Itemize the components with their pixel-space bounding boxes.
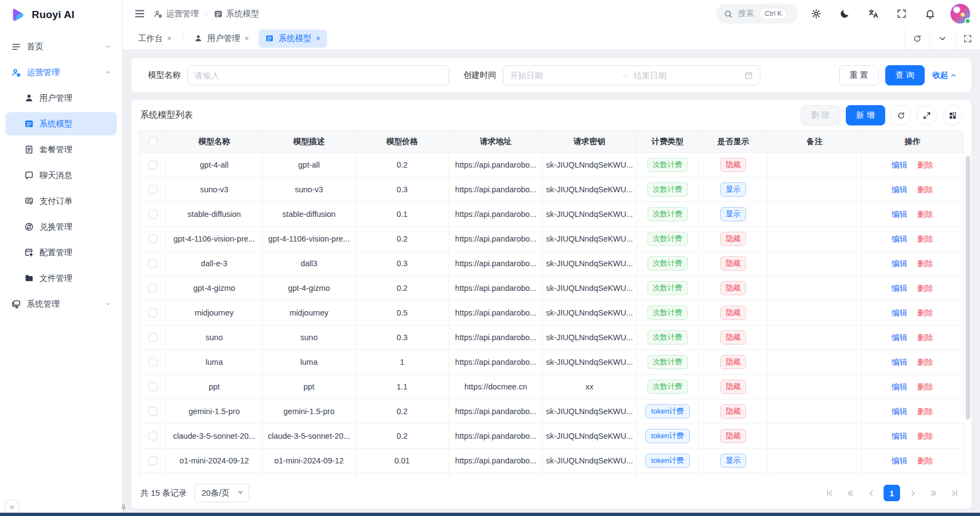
edit-link[interactable]: 编辑 [892, 406, 908, 417]
delete-link[interactable]: 删除 [918, 406, 933, 417]
sidebar-item-user-management[interactable]: 用户管理 [5, 87, 117, 110]
row-checkbox[interactable] [148, 358, 157, 366]
row-checkbox[interactable] [148, 185, 157, 194]
pin-icon[interactable] [117, 501, 130, 514]
jump-back-button[interactable] [842, 485, 858, 501]
table-row[interactable]: o1-mini-2024-09-12 o1-mini-2024-09-12 0.… [139, 449, 964, 473]
last-page-button[interactable] [946, 485, 962, 501]
edit-link[interactable]: 编辑 [892, 332, 908, 343]
row-checkbox[interactable] [148, 259, 157, 268]
user-avatar[interactable] [950, 4, 970, 24]
delete-link[interactable]: 删除 [918, 431, 933, 442]
close-icon[interactable]: × [244, 35, 249, 42]
end-date-input[interactable] [634, 71, 739, 80]
delete-link[interactable]: 删除 [918, 357, 933, 368]
fullscreen-button[interactable] [891, 3, 912, 24]
row-checkbox[interactable] [148, 382, 157, 391]
table-row[interactable]: ppt ppt 1.1 https://docmee.cn xx 次数计费 隐藏… [139, 375, 964, 399]
row-checkbox[interactable] [148, 333, 157, 342]
delete-link[interactable]: 删除 [918, 283, 933, 294]
edit-link[interactable]: 编辑 [892, 382, 908, 392]
content-fullscreen-button[interactable] [955, 27, 980, 50]
global-search[interactable]: 搜索 Ctrl K [716, 4, 798, 24]
table-row[interactable]: dall-e-3 dall3 0.3 https://api.pandarobo… [139, 251, 964, 276]
edit-link[interactable]: 编辑 [892, 431, 908, 442]
delete-link[interactable]: 删除 [918, 308, 933, 318]
table-row[interactable]: claude-3-5-sonnet-20... claude-3-5-sonne… [139, 424, 964, 449]
delete-button[interactable]: 删 除 [801, 105, 840, 125]
delete-link[interactable]: 删除 [918, 160, 933, 170]
close-icon[interactable]: × [167, 35, 171, 42]
delete-link[interactable]: 删除 [918, 209, 933, 220]
breadcrumb-operations[interactable]: 运营管理 [153, 9, 199, 19]
table-row[interactable]: gpt-4-gizmo gpt-4-gizmo 0.2 https://api.… [139, 276, 964, 301]
sidebar-item-package-management[interactable]: 套餐管理 [5, 138, 117, 161]
logo[interactable]: Ruoyi AI [0, 0, 122, 30]
delete-link[interactable]: 删除 [918, 332, 933, 343]
delete-link[interactable]: 删除 [918, 382, 933, 392]
row-checkbox[interactable] [148, 432, 157, 440]
delete-link[interactable]: 删除 [918, 234, 933, 244]
row-checkbox[interactable] [148, 234, 157, 243]
table-row[interactable]: gpt-4-all gpt-all 0.2 https://api.pandar… [139, 153, 964, 177]
sidebar-collapse-button[interactable]: « [5, 500, 19, 514]
table-row[interactable]: gpt-4-1106-vision-pre... gpt-4-1106-visi… [139, 227, 964, 251]
page-size-select[interactable]: 20条/页 [194, 484, 249, 502]
sidebar-item-home[interactable]: 首页 [5, 35, 117, 58]
row-checkbox[interactable] [148, 210, 157, 219]
start-date-input[interactable] [510, 71, 615, 80]
query-button[interactable]: 查 询 [885, 65, 925, 85]
settings-button[interactable] [806, 3, 827, 24]
tab-user-management[interactable]: 用户管理 × [187, 30, 255, 48]
breadcrumb-system-models[interactable]: 系统模型 [214, 9, 259, 19]
date-range-picker[interactable]: → [503, 65, 760, 85]
sidebar-item-system-models[interactable]: 系统模型 [5, 112, 117, 135]
notifications-button[interactable] [920, 3, 941, 24]
row-checkbox[interactable] [148, 160, 157, 169]
sidebar-item-config-management[interactable]: 配置管理 [5, 241, 117, 264]
current-page-button[interactable]: 1 [884, 485, 900, 501]
sidebar-item-operations[interactable]: 运营管理 [5, 61, 117, 84]
edit-link[interactable]: 编辑 [892, 209, 908, 220]
column-settings-button[interactable] [942, 105, 962, 125]
sidebar-item-exchange-management[interactable]: 兑换管理 [5, 215, 117, 238]
edit-link[interactable]: 编辑 [892, 160, 908, 170]
delete-link[interactable]: 删除 [918, 185, 933, 195]
tab-workbench[interactable]: 工作台 × [131, 30, 178, 48]
language-button[interactable] [863, 3, 884, 24]
model-name-input[interactable] [187, 65, 449, 85]
next-page-button[interactable] [904, 485, 921, 501]
select-all-checkbox[interactable] [148, 137, 157, 146]
tab-system-models[interactable]: 系统模型 × [259, 30, 326, 48]
row-checkbox[interactable] [148, 284, 157, 293]
add-button[interactable]: 新 增 [846, 105, 885, 125]
sidebar-item-system-management[interactable]: 系统管理 [5, 293, 117, 316]
collapse-filter-link[interactable]: 收起 [932, 70, 957, 81]
first-page-button[interactable] [821, 485, 838, 501]
row-checkbox[interactable] [148, 407, 157, 416]
table-row[interactable]: suno-v3 suno-v3 0.3 https://api.pandarob… [139, 177, 964, 202]
edit-link[interactable]: 编辑 [892, 308, 908, 318]
delete-link[interactable]: 删除 [918, 456, 933, 466]
edit-link[interactable]: 编辑 [892, 357, 908, 368]
edit-link[interactable]: 编辑 [892, 234, 908, 244]
reset-button[interactable]: 重 置 [839, 65, 879, 85]
delete-link[interactable]: 删除 [918, 259, 933, 269]
sidebar-item-chat-messages[interactable]: 聊天消息 [5, 164, 117, 187]
edit-link[interactable]: 编辑 [892, 185, 908, 195]
table-fullscreen-button[interactable] [916, 105, 937, 125]
table-refresh-button[interactable] [891, 105, 911, 125]
row-checkbox[interactable] [148, 456, 157, 465]
tab-menu-button[interactable] [930, 27, 955, 50]
sidebar-item-file-management[interactable]: 文件管理 [5, 267, 117, 290]
table-row[interactable]: luma luma 1 https://api.pandarobo... sk-… [139, 350, 964, 375]
edit-link[interactable]: 编辑 [892, 283, 908, 294]
table-scrollbar[interactable] [966, 156, 970, 420]
sidebar-item-payment-orders[interactable]: 支付订单 [5, 190, 117, 213]
row-checkbox[interactable] [148, 308, 157, 317]
hamburger-menu-icon[interactable] [134, 8, 146, 20]
close-icon[interactable]: × [316, 35, 320, 42]
table-row[interactable]: gemini-1.5-pro gemini-1.5-pro 0.2 https:… [139, 399, 964, 424]
table-row[interactable]: stable-diffusion stable-diffusion 0.1 ht… [139, 202, 964, 227]
edit-link[interactable]: 编辑 [892, 456, 908, 466]
